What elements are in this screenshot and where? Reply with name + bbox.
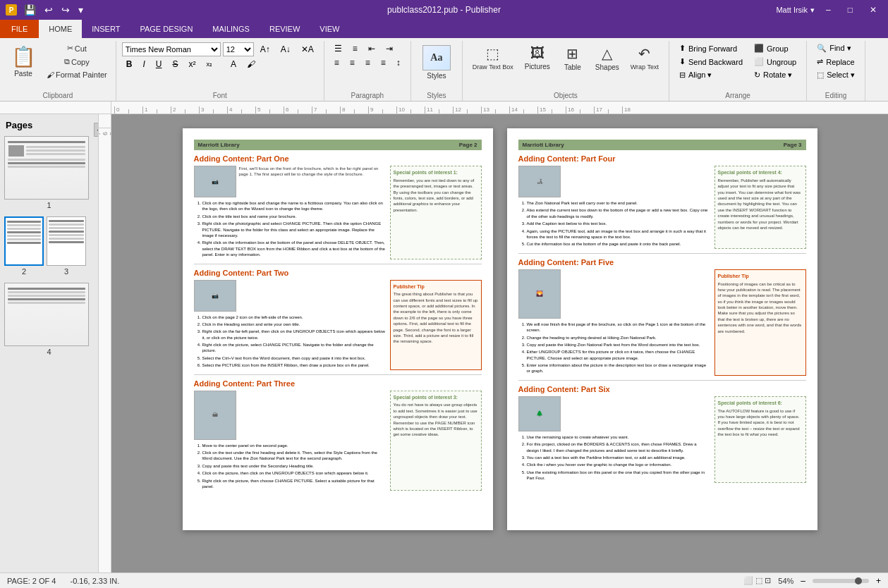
page-thumb-3[interactable]: 3 xyxy=(47,216,86,276)
find-button[interactable]: 🔍 Find ▾ xyxy=(813,42,859,54)
decrease-font-size-button[interactable]: A↓ xyxy=(276,43,295,56)
pictures-button[interactable]: 🖼 Pictures xyxy=(521,42,554,73)
part-five-img-row: 🌄 xyxy=(518,269,710,319)
callout-text-1: Remember, you are not tied down to any o… xyxy=(394,178,478,213)
list-item: You can add a text box with the Parkline… xyxy=(527,455,710,460)
thumb-line xyxy=(49,220,84,222)
tick xyxy=(580,109,594,114)
page-thumb-1[interactable]: 1 xyxy=(4,136,94,209)
ungroup-button[interactable]: ⬜ Ungroup xyxy=(750,56,801,68)
document-page-2[interactable]: Marriott Library Page 2 Adding Content: … xyxy=(183,128,493,530)
tab-view[interactable]: VIEW xyxy=(310,20,349,38)
clear-formatting-button[interactable]: ✕A xyxy=(297,43,318,56)
shapes-button[interactable]: △ Shapes xyxy=(591,42,624,74)
page-2-header-right: Page 2 xyxy=(459,142,478,148)
select-button[interactable]: ⬚ Select ▾ xyxy=(813,69,859,81)
align-button[interactable]: ⊟ Align ▾ xyxy=(675,69,747,81)
font-family-selector[interactable]: Times New Roman xyxy=(122,42,221,56)
tab-review[interactable]: REVIEW xyxy=(260,20,310,38)
section-part-four-body: 🏞 The Zion National Park text will carry… xyxy=(518,166,710,249)
sidebar-collapse-button[interactable]: ‹ xyxy=(94,123,99,137)
rotate-button[interactable]: ↻ Rotate ▾ xyxy=(750,69,801,81)
list-row: ☰ ≡ ⇤ ⇥ xyxy=(330,42,405,55)
align-right-button[interactable]: ≡ xyxy=(361,56,375,69)
list-item: Click on the text under the first headin… xyxy=(202,450,386,462)
subscript-button[interactable]: x₂ xyxy=(202,59,217,69)
font-size-selector[interactable]: 12 xyxy=(223,42,254,56)
tick: 8 xyxy=(340,106,354,114)
user-name: Matt Irsik xyxy=(776,6,808,14)
align-left-button[interactable]: ≡ xyxy=(330,56,343,69)
zoom-out-button[interactable]: – xyxy=(801,576,805,586)
undo-button[interactable]: ↩ xyxy=(42,3,56,17)
minimize-button[interactable]: – xyxy=(820,4,837,16)
thumb-line xyxy=(7,242,41,244)
replace-button[interactable]: ⇌ Replace xyxy=(813,56,859,68)
zoom-in-button[interactable]: + xyxy=(876,576,881,586)
select-label: Select ▾ xyxy=(827,71,855,80)
tick: 15 xyxy=(537,106,552,114)
increase-font-size-button[interactable]: A↑ xyxy=(256,43,274,56)
send-backward-button[interactable]: ⬇ Send Backward xyxy=(675,56,747,68)
section-divider xyxy=(518,380,806,381)
maximize-button[interactable]: □ xyxy=(842,4,858,16)
group-button[interactable]: ⬛ Group xyxy=(750,42,801,54)
copy-button[interactable]: ⧉ Copy xyxy=(44,56,110,68)
tab-file[interactable]: FILE xyxy=(0,20,39,38)
bold-button[interactable]: B xyxy=(122,58,137,71)
decrease-indent-button[interactable]: ⇤ xyxy=(364,42,379,55)
section-part-five-heading: Adding Content: Part Five xyxy=(518,258,806,267)
page-thumb-img-1 xyxy=(4,136,89,200)
italic-button[interactable]: I xyxy=(138,58,149,71)
tab-home[interactable]: HOME xyxy=(39,20,82,38)
increase-indent-button[interactable]: ⇥ xyxy=(382,42,397,55)
justify-button[interactable]: ≡ xyxy=(377,56,390,69)
page-thumb-4[interactable]: 4 xyxy=(4,283,94,356)
format-painter-button[interactable]: 🖌 Format Painter xyxy=(44,69,110,80)
table-label: Table xyxy=(564,63,581,71)
replace-label: Replace xyxy=(826,58,854,66)
bring-forward-button[interactable]: ⬆ Bring Forward xyxy=(675,42,747,54)
thumb-content-4 xyxy=(5,283,88,345)
part-five-list: We will now finish the first page of the… xyxy=(518,321,710,374)
draw-text-box-button[interactable]: ⬚ Draw Text Box xyxy=(468,42,518,73)
bullets-button[interactable]: ☰ xyxy=(330,42,346,55)
tab-mailings[interactable]: MAILINGS xyxy=(202,20,260,38)
zoom-slider[interactable] xyxy=(813,579,869,583)
para-col: ☰ ≡ ⇤ ⇥ ≡ ≡ ≡ ≡ ↕ xyxy=(330,42,405,69)
thumb-line xyxy=(26,153,85,155)
canvas-area[interactable]: Marriott Library Page 2 Adding Content: … xyxy=(111,114,888,572)
close-button[interactable]: ✕ xyxy=(864,4,882,16)
list-item: Click on the picture, then click on the … xyxy=(202,470,386,476)
window-title: publclass2012.pub - Publisher xyxy=(387,5,501,15)
strikethrough-button[interactable]: S xyxy=(168,58,182,71)
ungroup-label: Ungroup xyxy=(767,58,796,66)
underline-button[interactable]: U xyxy=(152,58,166,71)
styles-group: Aa Styles Styles xyxy=(411,41,463,101)
save-button[interactable]: 💾 xyxy=(21,3,39,17)
customize-quick-access[interactable]: ▾ xyxy=(75,3,86,17)
line-spacing-button[interactable]: ↕ xyxy=(392,56,405,69)
shapes-label: Shapes xyxy=(595,63,619,71)
wrap-text-button[interactable]: ↶ Wrap Text xyxy=(626,42,663,73)
table-button[interactable]: ⊞ Table xyxy=(557,42,588,74)
editing-col: 🔍 Find ▾ ⇌ Replace ⬚ Select ▾ xyxy=(813,42,859,81)
tab-page-design[interactable]: PAGE DESIGN xyxy=(130,20,202,38)
page-thumb-2[interactable]: 2 xyxy=(4,216,44,276)
thumb-line xyxy=(26,149,85,152)
redo-button[interactable]: ↪ xyxy=(59,3,73,17)
superscript-button[interactable]: x² xyxy=(184,58,200,71)
tab-insert[interactable]: INSERT xyxy=(82,20,130,38)
document-page-3[interactable]: Marriott Library Page 3 Adding Content: … xyxy=(507,128,817,530)
cut-button[interactable]: ✂ Cut xyxy=(44,42,110,54)
paste-button[interactable]: 📋 Paste xyxy=(6,42,41,80)
numbering-button[interactable]: ≡ xyxy=(348,42,362,55)
tick: 17 xyxy=(594,106,608,114)
font-color-button[interactable]: A xyxy=(226,58,241,71)
part-four-img-row: 🏞 xyxy=(518,166,710,197)
styles-button[interactable]: Aa Styles xyxy=(417,42,456,82)
copy-icon: ⧉ xyxy=(64,57,70,66)
text-highlight-button[interactable]: 🖌 xyxy=(243,58,260,71)
thumb-line xyxy=(49,234,84,236)
align-center-button[interactable]: ≡ xyxy=(346,56,359,69)
